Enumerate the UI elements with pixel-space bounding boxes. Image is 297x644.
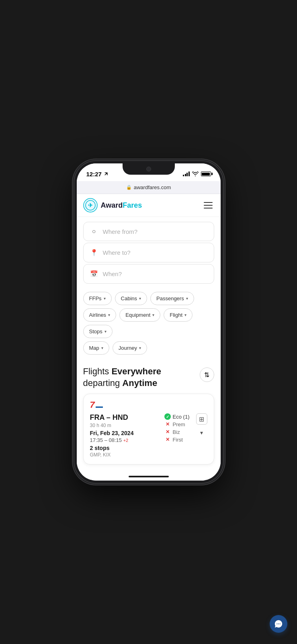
filter-airlines-label: Airlines xyxy=(89,312,107,318)
flight-info: FRA – HND 30 h 40 m Fri, Feb 23, 2024 17… xyxy=(90,413,207,458)
filter-cabins-label: Cabins xyxy=(121,295,137,301)
flight-duration: 30 h 40 m xyxy=(90,423,134,428)
expand-icon: ▾ xyxy=(200,429,203,436)
cabin-biz-status xyxy=(164,429,171,435)
sort-icon: ⇅ xyxy=(204,371,209,379)
when-field[interactable]: 📅 When? xyxy=(83,264,214,284)
add-flight-button[interactable]: ⊞ xyxy=(196,413,207,425)
airline-logo-line xyxy=(96,407,103,408)
logo: ✈ AwardFares xyxy=(83,198,142,213)
heading-everywhere: Everywhere xyxy=(111,366,161,376)
filter-journey[interactable]: Journey ▾ xyxy=(113,341,147,355)
filter-row-2: Airlines ▾ Equipment ▾ Flight ▾ xyxy=(83,308,214,322)
cabin-first-status xyxy=(164,436,171,443)
cabin-biz-label: Biz xyxy=(173,429,180,435)
to-icon: 📍 xyxy=(90,249,98,256)
stops-chevron-icon: ▾ xyxy=(104,329,107,334)
airlines-chevron-icon: ▾ xyxy=(108,313,110,317)
battery-icon xyxy=(201,171,211,176)
to-field[interactable]: 📍 Where to? xyxy=(83,243,214,262)
filter-equipment[interactable]: Equipment ▾ xyxy=(119,308,160,322)
cabin-eco-status xyxy=(164,413,171,420)
filter-cabins[interactable]: Cabins ▾ xyxy=(115,292,147,305)
expand-button[interactable]: ▾ xyxy=(197,428,207,438)
flight-actions: ⊞ ▾ xyxy=(196,413,207,438)
filter-journey-label: Journey xyxy=(119,345,137,351)
filter-passengers[interactable]: Passengers ▾ xyxy=(150,292,194,305)
cabins-chevron-icon: ▾ xyxy=(139,296,141,301)
flight-time-offset: +2 xyxy=(123,438,129,443)
filter-passengers-label: Passengers xyxy=(156,295,184,301)
filter-row-4: Map ▾ Journey ▾ xyxy=(83,341,214,355)
filter-map-label: Map xyxy=(89,345,99,351)
signal-icon xyxy=(183,171,190,176)
cabin-first: First xyxy=(164,436,183,443)
logo-fares: Fares xyxy=(123,201,142,209)
flight-date: Fri, Feb 23, 2024 xyxy=(90,430,134,436)
heading-anytime: Anytime xyxy=(122,378,157,388)
cabin-prem-status xyxy=(164,421,171,427)
ffps-chevron-icon: ▾ xyxy=(104,296,106,301)
filter-flight[interactable]: Flight ▾ xyxy=(164,308,193,322)
filters-section: FFPs ▾ Cabins ▾ Passengers ▾ Airlin xyxy=(77,289,221,359)
browser-bar: 🔒 awardfares.com xyxy=(77,181,221,194)
filter-row-1: FFPs ▾ Cabins ▾ Passengers ▾ xyxy=(83,292,214,305)
filter-row-3: Stops ▾ xyxy=(83,325,214,338)
from-placeholder: Where from? xyxy=(103,228,138,235)
flight-time: 17:35 – 08:15 +2 xyxy=(90,437,134,443)
heading-flights-normal: Flights xyxy=(83,366,112,376)
filter-stops-label: Stops xyxy=(89,328,102,334)
flight-route: FRA – HND xyxy=(90,413,134,422)
search-section: ○ Where from? 📍 Where to? 📅 When? xyxy=(77,217,221,289)
filter-equipment-label: Equipment xyxy=(125,312,150,318)
logo-icon: ✈ xyxy=(83,198,98,213)
flight-stops: 2 stops xyxy=(90,445,134,451)
status-time: 12:27 xyxy=(86,171,108,178)
heading-line2: departing Anytime xyxy=(83,378,200,389)
cabin-biz: Biz xyxy=(164,429,180,435)
filter-stops[interactable]: Stops ▾ xyxy=(83,325,113,338)
cabin-eco: Eco (1) xyxy=(164,413,190,420)
flight-time-value: 17:35 – 08:15 xyxy=(90,437,122,443)
heading-line1: Flights Everywhere xyxy=(83,366,200,378)
airline-logo-number: 7 xyxy=(90,400,95,409)
add-icon: ⊞ xyxy=(199,415,204,423)
logo-text: AwardFares xyxy=(101,201,142,210)
flight-stops-airports: GMP, KIX xyxy=(90,452,134,458)
equipment-chevron-icon: ▾ xyxy=(152,313,154,317)
airline-logo: 7 xyxy=(90,400,207,409)
when-placeholder: When? xyxy=(103,270,122,277)
flight-chevron-icon: ▾ xyxy=(184,313,186,317)
to-placeholder: Where to? xyxy=(103,249,131,256)
map-chevron-icon: ▾ xyxy=(101,346,103,350)
heading-departing-normal: departing xyxy=(83,378,123,388)
cabin-eco-label: Eco (1) xyxy=(173,414,190,420)
filter-map[interactable]: Map ▾ xyxy=(83,341,109,355)
menu-button[interactable] xyxy=(202,200,214,210)
from-field[interactable]: ○ Where from? xyxy=(83,222,214,241)
cabin-first-label: First xyxy=(173,437,183,443)
filter-airlines[interactable]: Airlines ▾ xyxy=(83,308,117,322)
calendar-icon: 📅 xyxy=(90,270,98,278)
journey-chevron-icon: ▾ xyxy=(139,346,141,350)
flight-details-left: FRA – HND 30 h 40 m Fri, Feb 23, 2024 17… xyxy=(90,413,134,458)
wifi-icon xyxy=(192,171,199,176)
main-content: ○ Where from? 📍 Where to? 📅 When? FFPs xyxy=(77,217,221,480)
cabin-prem-label: Prem xyxy=(173,421,185,427)
filter-flight-label: Flight xyxy=(170,312,182,318)
status-icons xyxy=(183,171,211,176)
cabin-list: Eco (1) Prem Biz xyxy=(164,413,190,443)
sort-button[interactable]: ⇅ xyxy=(200,367,214,382)
cabin-prem: Prem xyxy=(164,421,185,427)
heading-section: Flights Everywhere departing Anytime ⇅ xyxy=(77,359,221,394)
logo-award: Award xyxy=(101,201,123,209)
svg-text:✈: ✈ xyxy=(88,202,93,208)
app-navbar: ✈ AwardFares xyxy=(77,194,221,217)
flight-card: 7 FRA – HND 30 h 40 m Fri, Feb 23, 2024 … xyxy=(83,394,214,464)
heading-text: Flights Everywhere departing Anytime xyxy=(83,366,200,389)
filter-ffps-label: FFPs xyxy=(89,295,102,301)
url-text: awardfares.com xyxy=(134,184,171,190)
home-indicator xyxy=(129,476,169,477)
passengers-chevron-icon: ▾ xyxy=(186,296,188,301)
filter-ffps[interactable]: FFPs ▾ xyxy=(83,292,112,305)
